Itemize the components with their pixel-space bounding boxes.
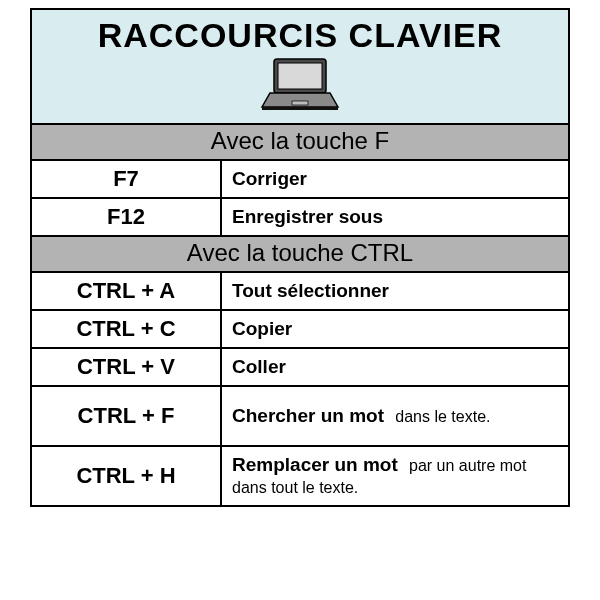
svg-rect-2 <box>262 107 338 110</box>
laptop-icon <box>260 57 340 115</box>
section-heading-ctrl: Avec la touche CTRL <box>32 237 568 273</box>
shortcut-key: F7 <box>32 161 222 197</box>
shortcut-desc: Coller <box>222 349 568 385</box>
shortcut-desc: Remplacer un mot par un autre mot dans t… <box>222 447 568 505</box>
shortcut-key: CTRL + V <box>32 349 222 385</box>
section-heading-f: Avec la touche F <box>32 125 568 161</box>
svg-rect-3 <box>292 101 308 105</box>
table-row: CTRL + H Remplacer un mot par un autre m… <box>32 447 568 507</box>
shortcut-key: CTRL + A <box>32 273 222 309</box>
page-title: RACCOURCIS CLAVIER <box>32 16 568 55</box>
shortcut-key: CTRL + F <box>32 387 222 445</box>
table-row: CTRL + F Chercher un mot dans le texte. <box>32 387 568 447</box>
table-row: F7 Corriger <box>32 161 568 199</box>
table-row: CTRL + A Tout sélectionner <box>32 273 568 311</box>
shortcut-key: F12 <box>32 199 222 235</box>
shortcut-sheet: RACCOURCIS CLAVIER Avec la touche F F7 C… <box>30 8 570 507</box>
shortcut-desc: Copier <box>222 311 568 347</box>
shortcut-desc: Corriger <box>222 161 568 197</box>
shortcut-key: CTRL + H <box>32 447 222 505</box>
table-row: F12 Enregistrer sous <box>32 199 568 237</box>
sheet-header: RACCOURCIS CLAVIER <box>32 10 568 125</box>
svg-rect-1 <box>278 63 322 89</box>
shortcut-desc: Enregistrer sous <box>222 199 568 235</box>
shortcut-desc: Tout sélectionner <box>222 273 568 309</box>
table-row: CTRL + V Coller <box>32 349 568 387</box>
shortcut-desc: Chercher un mot dans le texte. <box>222 387 568 445</box>
shortcut-key: CTRL + C <box>32 311 222 347</box>
table-row: CTRL + C Copier <box>32 311 568 349</box>
